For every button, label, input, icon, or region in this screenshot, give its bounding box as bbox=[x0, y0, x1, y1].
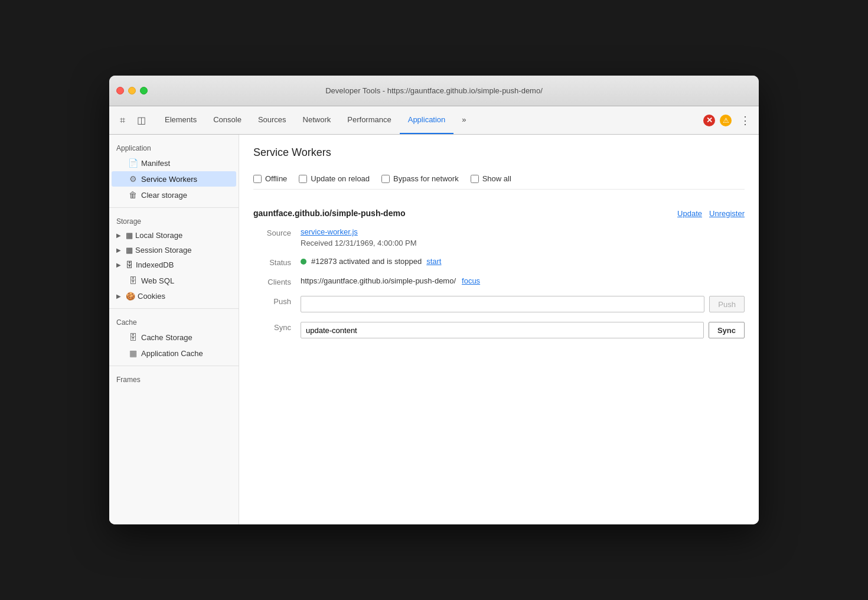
tab-network[interactable]: Network bbox=[295, 106, 340, 134]
sidebar-item-cache-storage-label: Cache Storage bbox=[141, 333, 192, 342]
arrow-right-icon: ▶ bbox=[116, 232, 123, 239]
source-file-link[interactable]: service-worker.js bbox=[301, 227, 358, 236]
update-on-reload-checkbox[interactable] bbox=[299, 175, 307, 183]
toolbar-icons: ⌗ ◫ bbox=[114, 112, 149, 129]
bypass-for-network-label: Bypass for network bbox=[393, 174, 459, 183]
status-value: #12873 activated and is stopped start bbox=[301, 257, 745, 266]
sidebar-item-cache-storage[interactable]: 🗄 Cache Storage bbox=[112, 330, 236, 345]
devtools-window: Developer Tools - https://gauntface.gith… bbox=[109, 76, 759, 524]
push-input[interactable] bbox=[301, 296, 704, 312]
sw-domain-row: gauntface.github.io/simple-push-demo Upd… bbox=[253, 208, 745, 218]
devtools-toolbar: ⌗ ◫ Elements Console Sources Network Per… bbox=[109, 106, 759, 135]
tab-more[interactable]: » bbox=[453, 106, 474, 134]
minimize-button[interactable] bbox=[128, 87, 136, 94]
tab-sources[interactable]: Sources bbox=[250, 106, 295, 134]
offline-checkbox[interactable] bbox=[253, 175, 262, 183]
tab-application[interactable]: Application bbox=[400, 106, 454, 134]
toolbar-right: ✕ ⚠ ⋮ bbox=[703, 114, 754, 127]
bypass-for-network-checkbox-label[interactable]: Bypass for network bbox=[381, 174, 459, 183]
sw-domain-text: gauntface.github.io/simple-push-demo bbox=[253, 208, 405, 218]
sidebar-item-indexeddb[interactable]: ▶ 🗄 IndexedDB bbox=[109, 257, 239, 272]
show-all-checkbox[interactable] bbox=[471, 175, 479, 183]
cache-storage-icon: 🗄 bbox=[128, 332, 138, 342]
cursor-icon-btn[interactable]: ⌗ bbox=[114, 112, 130, 129]
sidebar-item-clear-storage[interactable]: 🗑 Clear storage bbox=[112, 187, 236, 203]
focus-link[interactable]: focus bbox=[462, 276, 480, 285]
checkbox-row: Offline Update on reload Bypass for netw… bbox=[253, 168, 745, 190]
arrow-right-icon-4: ▶ bbox=[116, 293, 123, 299]
sidebar-item-cookies-label: Cookies bbox=[138, 292, 165, 301]
update-on-reload-label: Update on reload bbox=[311, 174, 370, 183]
tab-performance[interactable]: Performance bbox=[339, 106, 399, 134]
sidebar-divider-2 bbox=[109, 308, 239, 309]
unregister-link[interactable]: Unregister bbox=[709, 209, 745, 218]
titlebar: Developer Tools - https://gauntface.gith… bbox=[109, 76, 759, 106]
sw-entry: gauntface.github.io/simple-push-demo Upd… bbox=[253, 199, 745, 348]
push-label: Push bbox=[253, 296, 301, 306]
sync-value: Sync bbox=[301, 322, 745, 338]
sidebar-item-cookies[interactable]: ▶ 🍪 Cookies bbox=[109, 289, 239, 304]
sidebar-divider-3 bbox=[109, 366, 239, 366]
bypass-for-network-checkbox[interactable] bbox=[381, 175, 390, 183]
sw-domain-actions: Update Unregister bbox=[677, 209, 745, 218]
clients-value-container: https://gauntface.github.io/simple-push-… bbox=[301, 276, 745, 285]
sync-input[interactable] bbox=[301, 322, 704, 338]
update-link[interactable]: Update bbox=[677, 209, 702, 218]
panel: Service Workers Offline Update on reload… bbox=[239, 135, 759, 524]
session-storage-icon: ▦ bbox=[126, 246, 133, 255]
maximize-button[interactable] bbox=[140, 87, 148, 94]
warning-badge[interactable]: ⚠ bbox=[720, 115, 732, 126]
sidebar-cache-section: Cache bbox=[109, 314, 239, 329]
nav-tabs: Elements Console Sources Network Perform… bbox=[156, 106, 475, 134]
start-link[interactable]: start bbox=[426, 257, 441, 266]
sidebar-item-manifest[interactable]: 📄 Manifest bbox=[112, 155, 236, 171]
close-button[interactable] bbox=[116, 87, 124, 94]
sidebar-item-service-workers-label: Service Workers bbox=[141, 175, 197, 184]
traffic-lights bbox=[116, 87, 148, 94]
sidebar-item-web-sql[interactable]: 🗄 Web SQL bbox=[112, 273, 236, 288]
clients-row: https://gauntface.github.io/simple-push-… bbox=[301, 276, 745, 285]
error-badge[interactable]: ✕ bbox=[703, 115, 715, 126]
window-title: Developer Tools - https://gauntface.gith… bbox=[325, 86, 543, 95]
push-value: Push bbox=[301, 296, 745, 312]
sidebar-item-manifest-label: Manifest bbox=[141, 159, 170, 168]
offline-checkbox-label[interactable]: Offline bbox=[253, 174, 287, 183]
sidebar-item-application-cache[interactable]: ▦ Application Cache bbox=[112, 345, 236, 361]
show-all-checkbox-label[interactable]: Show all bbox=[471, 174, 511, 183]
tab-elements[interactable]: Elements bbox=[156, 106, 205, 134]
sidebar: Application 📄 Manifest ⚙ Service Workers… bbox=[109, 135, 239, 524]
web-sql-icon: 🗄 bbox=[128, 276, 138, 285]
push-button[interactable]: Push bbox=[709, 296, 745, 312]
trash-icon: 🗑 bbox=[128, 190, 138, 200]
sync-label: Sync bbox=[253, 322, 301, 332]
manifest-icon: 📄 bbox=[128, 158, 138, 168]
sync-row: Sync bbox=[301, 322, 745, 338]
sidebar-item-indexeddb-label: IndexedDB bbox=[136, 260, 174, 269]
indexeddb-icon: 🗄 bbox=[126, 260, 133, 269]
main-content: Application 📄 Manifest ⚙ Service Workers… bbox=[109, 135, 759, 524]
sidebar-item-application-cache-label: Application Cache bbox=[141, 349, 203, 358]
inspect-icon-btn[interactable]: ◫ bbox=[133, 112, 149, 129]
clients-label: Clients bbox=[253, 276, 301, 286]
sidebar-app-section: Application bbox=[109, 139, 239, 155]
cursor-icon: ⌗ bbox=[120, 115, 125, 126]
sidebar-item-session-storage-label: Session Storage bbox=[135, 246, 191, 255]
tab-console[interactable]: Console bbox=[205, 106, 250, 134]
more-menu-btn[interactable]: ⋮ bbox=[736, 114, 754, 127]
sidebar-item-web-sql-label: Web SQL bbox=[141, 276, 174, 285]
offline-label: Offline bbox=[265, 174, 287, 183]
update-on-reload-checkbox-label[interactable]: Update on reload bbox=[299, 174, 370, 183]
sidebar-item-local-storage-label: Local Storage bbox=[135, 231, 182, 240]
sidebar-item-service-workers[interactable]: ⚙ Service Workers bbox=[112, 171, 236, 187]
sidebar-divider-1 bbox=[109, 207, 239, 208]
inspect-icon: ◫ bbox=[137, 115, 146, 126]
status-text: #12873 activated and is stopped bbox=[311, 257, 422, 266]
arrow-right-icon-2: ▶ bbox=[116, 247, 123, 253]
sidebar-item-session-storage[interactable]: ▶ ▦ Session Storage bbox=[109, 243, 239, 257]
sidebar-item-local-storage[interactable]: ▶ ▦ Local Storage bbox=[109, 228, 239, 243]
cookies-icon: 🍪 bbox=[126, 292, 135, 301]
sync-button[interactable]: Sync bbox=[709, 322, 745, 338]
show-all-label: Show all bbox=[482, 174, 511, 183]
clients-url: https://gauntface.github.io/simple-push-… bbox=[301, 276, 456, 285]
status-indicator: #12873 activated and is stopped start bbox=[301, 257, 745, 266]
